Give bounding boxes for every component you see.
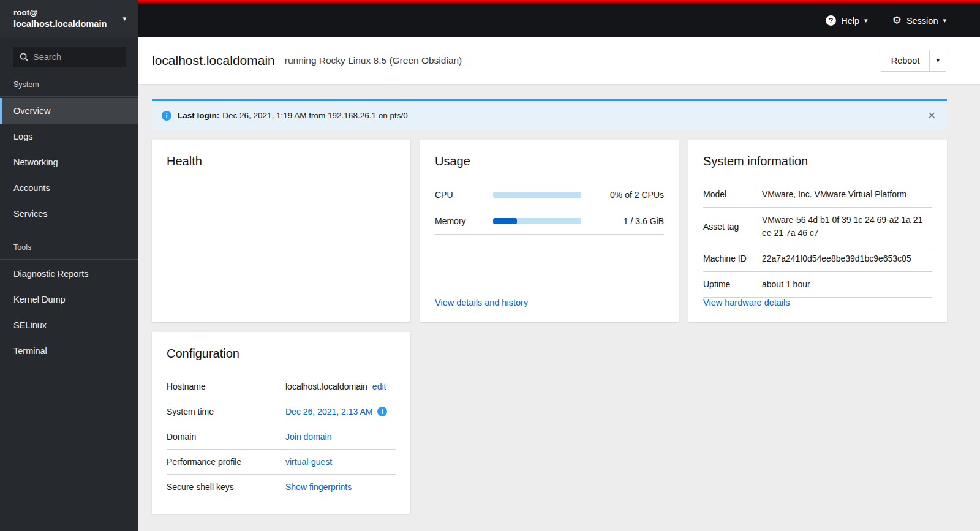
info-circle-icon: i: [162, 111, 172, 121]
alert-message: Dec 26, 2021, 1:19 AM from 192.168.26.1 …: [222, 111, 407, 120]
row-value: 0% of 2 CPUs: [587, 190, 664, 200]
sidebar-item-networking[interactable]: Networking: [0, 149, 138, 175]
progress-bar: [493, 192, 581, 198]
user-menu[interactable]: root@ localhost.localdomain ▾: [0, 0, 138, 38]
question-circle-icon: ?: [826, 15, 836, 26]
progress-bar-fill: [493, 218, 517, 224]
configuration-card-title: Configuration: [167, 347, 396, 361]
hostname-link[interactable]: edit: [372, 382, 386, 391]
nav-section-title: System: [0, 75, 138, 97]
main-column: ? Help ▾ ⚙ Session ▾ localhost.localdoma…: [138, 0, 980, 531]
user-name: root@: [13, 7, 107, 18]
info-circle-icon[interactable]: i: [377, 407, 387, 416]
usage-row: CPU0% of 2 CPUs: [435, 182, 664, 208]
table-row: DomainJoin domain: [167, 424, 396, 450]
row-value: 1 / 3.6 GiB: [587, 216, 664, 226]
page-title: localhost.localdomain: [152, 53, 275, 68]
row-label: System time: [167, 407, 271, 416]
usage-table: CPU0% of 2 CPUsMemory1 / 3.6 GiB: [435, 182, 664, 235]
sidebar-item-terminal[interactable]: Terminal: [0, 338, 138, 364]
brand-accent-stripe: [138, 0, 980, 4]
page-header: localhost.localdomain running Rocky Linu…: [138, 37, 980, 84]
row-label: Asset tag: [703, 220, 751, 233]
health-card-title: Health: [167, 154, 396, 168]
row-value: about 1 hour: [762, 278, 932, 291]
table-row: Hostnamelocalhost.localdomainedit: [167, 374, 396, 399]
row-value: Show fingerprints: [285, 482, 396, 492]
nav-section-tools: ToolsDiagnostic ReportsKernel DumpSELinu…: [0, 238, 138, 364]
row-value: VMware, Inc. VMware Virtual Platform: [762, 188, 932, 201]
reboot-split-button: Reboot ▾: [881, 50, 946, 72]
view-hardware-details-link[interactable]: View hardware details: [703, 298, 790, 307]
row-label: Secure shell keys: [167, 482, 271, 492]
usage-card-title: Usage: [435, 154, 664, 168]
system-information-card-title: System information: [703, 154, 932, 168]
table-row: ModelVMware, Inc. VMware Virtual Platfor…: [703, 182, 932, 208]
row-label: Performance profile: [167, 457, 271, 467]
session-menu[interactable]: ⚙ Session ▾: [892, 15, 946, 26]
table-row: Performance profilevirtual-guest: [167, 450, 396, 475]
chevron-down-icon: ▾: [864, 17, 868, 24]
last-login-alert: i Last login: Dec 26, 2021, 1:19 AM from…: [152, 99, 947, 130]
help-menu[interactable]: ? Help ▾: [826, 15, 867, 26]
config-value-text: localhost.localdomain: [285, 382, 368, 391]
table-row: System timeDec 26, 2021, 2:13 AMi: [167, 399, 396, 424]
table-row: Asset tagVMware-56 4d b1 0f 39 1c 24 69-…: [703, 208, 932, 246]
sidebar-item-kernel-dump[interactable]: Kernel Dump: [0, 287, 138, 312]
sidebar-item-services[interactable]: Services: [0, 201, 138, 227]
logged-in-user: root@ localhost.localdomain: [13, 7, 107, 31]
row-label: CPU: [435, 190, 487, 200]
search-box[interactable]: [13, 47, 126, 67]
row-value: 22a7a241f0d54ee8be39d1bc9e653c05: [762, 252, 932, 265]
gear-icon: ⚙: [892, 15, 902, 26]
page-content: i Last login: Dec 26, 2021, 1:19 AM from…: [138, 84, 980, 531]
configuration-card: Configuration Hostnamelocalhost.localdom…: [152, 332, 410, 514]
alert-title: Last login:: [178, 111, 219, 120]
user-host: localhost.localdomain: [13, 18, 107, 31]
table-row: Secure shell keysShow fingerprints: [167, 475, 396, 499]
row-label: Domain: [167, 432, 271, 442]
row-value: VMware-56 4d b1 0f 39 1c 24 69-a2 1a 21 …: [762, 214, 932, 239]
usage-card: Usage CPU0% of 2 CPUsMemory1 / 3.6 GiB V…: [420, 140, 679, 322]
sidebar-item-overview[interactable]: Overview: [0, 98, 138, 124]
row-label: Memory: [435, 216, 487, 226]
system-time-link[interactable]: Dec 26, 2021, 2:13 AM: [285, 407, 372, 416]
alert-close-button[interactable]: ✕: [928, 111, 936, 121]
performance-profile-link[interactable]: virtual-guest: [285, 457, 332, 467]
row-value: Join domain: [285, 432, 396, 442]
search-input[interactable]: [33, 52, 120, 62]
domain-link[interactable]: Join domain: [285, 432, 332, 442]
sidebar-item-diagnostic-reports[interactable]: Diagnostic Reports: [0, 261, 138, 287]
row-label: Model: [703, 188, 751, 200]
usage-row: Memory1 / 3.6 GiB: [435, 208, 664, 235]
sidebar-item-logs[interactable]: Logs: [0, 124, 138, 149]
secure-shell-keys-link[interactable]: Show fingerprints: [285, 482, 352, 492]
session-menu-label: Session: [907, 16, 938, 26]
help-menu-label: Help: [841, 16, 859, 26]
sidebar-nav: SystemOverviewLogsNetworkingAccountsServ…: [0, 75, 138, 531]
health-card: Health: [152, 140, 410, 322]
masthead-toolbar: ? Help ▾ ⚙ Session ▾: [138, 4, 980, 37]
row-value: Dec 26, 2021, 2:13 AMi: [285, 407, 396, 416]
system-information-table: ModelVMware, Inc. VMware Virtual Platfor…: [703, 182, 932, 298]
view-details-and-history-link[interactable]: View details and history: [435, 298, 528, 307]
row-label: Machine ID: [703, 252, 751, 265]
cards-grid: Health Usage CPU0% of 2 CPUsMemory1 / 3.…: [152, 140, 947, 514]
sidebar-item-accounts[interactable]: Accounts: [0, 175, 138, 201]
row-label: Hostname: [167, 382, 271, 391]
sidebar-item-selinux[interactable]: SELinux: [0, 312, 138, 338]
nav-section-system: SystemOverviewLogsNetworkingAccountsServ…: [0, 75, 138, 227]
table-row: Uptimeabout 1 hour: [703, 272, 932, 298]
reboot-dropdown-toggle[interactable]: ▾: [929, 50, 946, 71]
configuration-table: Hostnamelocalhost.localdomaineditSystem …: [167, 374, 396, 499]
app-root: root@ localhost.localdomain ▾ SystemOver…: [0, 0, 980, 531]
chevron-down-icon: ▾: [943, 17, 946, 24]
row-value: localhost.localdomainedit: [285, 382, 396, 391]
row-label: Uptime: [703, 278, 751, 290]
table-row: Machine ID22a7a241f0d54ee8be39d1bc9e653c…: [703, 246, 932, 272]
reboot-button[interactable]: Reboot: [881, 50, 930, 71]
masthead: ? Help ▾ ⚙ Session ▾: [138, 0, 980, 37]
row-value: virtual-guest: [285, 457, 396, 467]
progress-bar: [493, 218, 581, 224]
chevron-down-icon: ▾: [123, 15, 126, 23]
